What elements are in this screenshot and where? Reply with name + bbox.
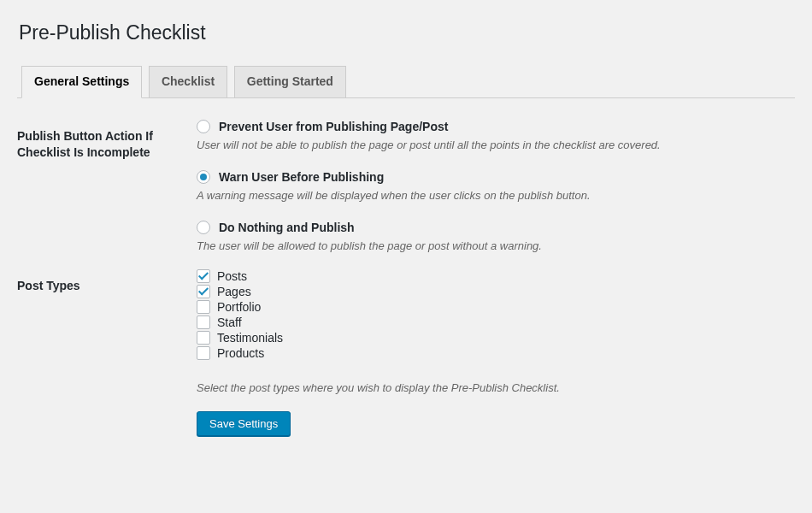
radio-label-text: Prevent User from Publishing Page/Post [219, 120, 448, 133]
radio-description: User will not be able to publish the pag… [197, 139, 786, 151]
checkbox-icon [197, 300, 210, 314]
checkbox-label-text: Posts [217, 269, 247, 283]
radio-prevent-publishing[interactable]: Prevent User from Publishing Page/Post [197, 120, 786, 133]
radio-description: The user will be allowed to publish the … [197, 239, 786, 252]
checkbox-portfolio[interactable]: Portfolio [197, 300, 786, 314]
radio-label-text: Do Nothing and Publish [219, 221, 355, 234]
radio-icon [197, 170, 210, 184]
checkbox-label-text: Portfolio [217, 300, 261, 314]
checkbox-staff[interactable]: Staff [197, 315, 786, 329]
checkbox-label-text: Testimonials [217, 331, 283, 345]
checkbox-label-text: Staff [217, 315, 242, 329]
radio-label-text: Warn User Before Publishing [219, 170, 384, 184]
checkbox-posts[interactable]: Posts [197, 269, 786, 283]
radio-do-nothing[interactable]: Do Nothing and Publish [197, 221, 786, 234]
post-types-heading: Post Types [17, 269, 188, 453]
radio-description: A warning message will be displayed when… [197, 189, 786, 202]
checkbox-pages[interactable]: Pages [197, 285, 786, 298]
radio-icon [197, 221, 210, 234]
checkbox-icon [197, 331, 210, 345]
tab-general-settings[interactable]: General Settings [21, 66, 142, 98]
tab-bar: General Settings Checklist Getting Start… [17, 66, 795, 98]
radio-warn-user[interactable]: Warn User Before Publishing [197, 170, 786, 184]
checkbox-label-text: Pages [217, 285, 251, 298]
checkbox-icon [197, 315, 210, 329]
checkbox-testimonials[interactable]: Testimonials [197, 331, 786, 345]
tab-checklist[interactable]: Checklist [149, 66, 227, 97]
save-button[interactable]: Save Settings [197, 411, 291, 436]
page-title: Pre-Publish Checklist [19, 21, 795, 44]
publish-action-heading: Publish Button Action If Checklist Is In… [17, 120, 188, 269]
checkbox-icon [197, 285, 210, 298]
radio-icon [197, 120, 210, 133]
checkbox-products[interactable]: Products [197, 346, 786, 360]
post-types-description: Select the post types where you wish to … [197, 381, 786, 394]
tab-getting-started[interactable]: Getting Started [234, 66, 346, 97]
checkbox-label-text: Products [217, 346, 264, 360]
checkbox-icon [197, 346, 210, 360]
checkbox-icon [197, 269, 210, 283]
